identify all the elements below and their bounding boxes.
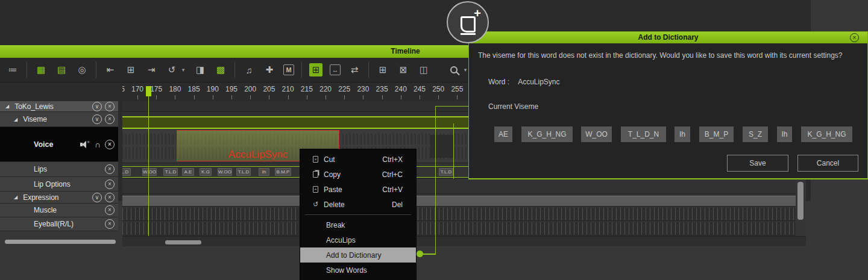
- ruler-tick: [137, 95, 138, 99]
- menu-item-break[interactable]: Break: [300, 217, 416, 232]
- visibility-options-icon[interactable]: ◎: [75, 63, 89, 76]
- waveform-segment: [430, 135, 453, 158]
- horizontal-scrollbar-track[interactable]: [122, 236, 806, 246]
- save-button[interactable]: Save: [727, 155, 788, 172]
- loop-icon[interactable]: ↺: [165, 63, 178, 76]
- viseme-block[interactable]: Ih: [259, 168, 269, 176]
- playhead-line: [148, 96, 149, 236]
- viseme-block[interactable]: T.L.D: [163, 168, 178, 176]
- close-circle-icon[interactable]: ×: [105, 193, 115, 202]
- viseme-chip-s_z[interactable]: S_Z: [743, 126, 768, 142]
- content-scrollbar-thumb[interactable]: [165, 240, 201, 244]
- viseme-chip-ih[interactable]: Ih: [675, 126, 690, 142]
- close-circle-icon[interactable]: ×: [105, 102, 115, 111]
- menu-item-cut[interactable]: ×CutCtrl+X: [300, 152, 416, 167]
- viseme-chip-ae[interactable]: AE: [494, 126, 512, 142]
- close-circle-icon[interactable]: ×: [105, 179, 115, 189]
- track-label: Eyeball(R/L): [34, 220, 74, 228]
- toolbar-separator: [368, 62, 369, 78]
- move-clip-left-icon[interactable]: ⇤: [104, 63, 117, 76]
- close-circle-icon[interactable]: ×: [105, 219, 115, 229]
- track-label: Voice: [34, 140, 53, 149]
- add-sample-icon[interactable]: ⊞: [309, 63, 322, 76]
- dialog-title: Add to Dictionary: [469, 32, 867, 43]
- viseme-block[interactable]: W.OO: [142, 168, 157, 176]
- current-viseme-label: Current Viseme: [488, 102, 538, 111]
- word-value: AccuLipSync: [518, 78, 559, 86]
- viseme-block[interactable]: T.L.D: [236, 168, 251, 176]
- viseme-chip-k_g_h_ng[interactable]: K_G_H_NG: [521, 126, 573, 142]
- viseme-block[interactable]: K.G: [200, 168, 212, 176]
- expand-triangle-icon[interactable]: ◢: [14, 194, 17, 200]
- insert-column-icon[interactable]: ⊞: [376, 63, 389, 76]
- playhead-marker[interactable]: [146, 86, 151, 96]
- dialog-message: The viseme for this word does not exist …: [478, 51, 861, 60]
- sidebar-scrollbar-thumb[interactable]: [5, 240, 116, 244]
- split-clip-icon[interactable]: ◨: [193, 63, 207, 76]
- acculips-icon[interactable]: ✚: [263, 63, 276, 76]
- sidebar-item-toko-lewis[interactable]: ◢ToKo_Lewis∨×: [0, 101, 118, 112]
- collapse-circle-icon[interactable]: ∨: [92, 114, 102, 124]
- viseme-chip-t_l_d_n[interactable]: T_L_D_N: [621, 126, 666, 142]
- cancel-button[interactable]: Cancel: [797, 155, 858, 172]
- viseme-chip-k_g_h_ng[interactable]: K_G_H_NG: [801, 126, 852, 142]
- viseme-block[interactable]: A.E: [182, 168, 194, 176]
- menu-item-delete[interactable]: ↺DeleteDel: [300, 197, 416, 212]
- ruler-tick: [438, 95, 439, 99]
- track-label: Expression: [23, 193, 58, 202]
- viseme-block[interactable]: L.D: [122, 168, 131, 176]
- add-track-icon[interactable]: ▦: [34, 63, 48, 76]
- add-layer-icon[interactable]: ▤: [55, 63, 68, 76]
- expression-summary-bar[interactable]: [122, 196, 796, 206]
- duplicate-column-icon[interactable]: ◫: [417, 63, 430, 76]
- sidebar-item-expression[interactable]: ◢Expression∨×: [0, 191, 118, 204]
- clip-mode-icon[interactable]: ▩: [214, 63, 227, 76]
- sidebar-item-lip-options[interactable]: Lip Options×: [0, 177, 118, 191]
- viseme-chip-w_oo[interactable]: W_OO: [581, 126, 612, 142]
- menu-item-show-words[interactable]: Show Words: [300, 263, 416, 278]
- loop-caret-icon[interactable]: ▾: [180, 63, 186, 76]
- close-circle-icon[interactable]: ×: [105, 140, 115, 149]
- sidebar-item-viseme[interactable]: ◢Viseme∨×: [0, 112, 118, 127]
- ruler-label: 235: [376, 85, 388, 93]
- expand-triangle-icon[interactable]: ◢: [5, 104, 9, 109]
- sidebar-item-eyeball-r-l-[interactable]: Eyeball(R/L)×: [0, 217, 118, 231]
- close-circle-icon[interactable]: ×: [105, 114, 115, 124]
- word-label: Word :: [488, 78, 509, 86]
- callout-dot: [417, 250, 423, 257]
- fit-range-icon[interactable]: ⇄: [348, 63, 361, 76]
- menu-item-paste[interactable]: +PasteCtrl+V: [300, 182, 416, 197]
- sidebar-item-voice[interactable]: Voice×∩×: [0, 127, 118, 162]
- sidebar-item-lips[interactable]: Lips×: [0, 162, 118, 177]
- ruler-label: 245: [414, 85, 426, 93]
- sample-range-icon[interactable]: ↔: [330, 64, 341, 75]
- vertical-scrollbar-thumb[interactable]: [797, 182, 804, 220]
- delete-column-icon[interactable]: ⊠: [397, 63, 410, 76]
- add-clip-icon[interactable]: ⊞: [124, 63, 137, 76]
- menu-item-copy[interactable]: CopyCtrl+C: [300, 167, 416, 182]
- add-to-dictionary-dialog: Add to Dictionary × The viseme for this …: [468, 31, 868, 179]
- sidebar-item-muscle[interactable]: Muscle×: [0, 204, 118, 217]
- ruler-tick: [175, 95, 175, 99]
- audio-track-icon[interactable]: ♫: [242, 63, 256, 76]
- zoom-icon[interactable]: [447, 63, 461, 76]
- viseme-block[interactable]: T.L.D: [439, 168, 453, 176]
- viseme-block[interactable]: W.OO: [218, 168, 232, 176]
- headphones-icon[interactable]: ∩: [95, 140, 101, 149]
- move-clip-right-icon[interactable]: ⇥: [145, 63, 158, 76]
- viseme-chip-b_m_p[interactable]: B_M_P: [699, 126, 734, 142]
- close-circle-icon[interactable]: ×: [105, 164, 115, 174]
- muted-speaker-icon[interactable]: ×: [80, 141, 90, 148]
- collapse-circle-icon[interactable]: ∨: [92, 193, 102, 202]
- close-icon[interactable]: ×: [850, 33, 859, 42]
- close-circle-icon[interactable]: ×: [105, 205, 115, 215]
- marker-m-icon[interactable]: M: [283, 64, 294, 75]
- zoom-caret-icon[interactable]: ▾: [462, 63, 468, 76]
- menu-item-add-to-dictionary[interactable]: Add to Dictionary: [300, 247, 416, 263]
- viseme-block[interactable]: B.M.P: [275, 168, 291, 176]
- expand-triangle-icon[interactable]: ◢: [14, 117, 17, 122]
- collapse-circle-icon[interactable]: ∨: [92, 102, 102, 111]
- viseme-chip-ih[interactable]: Ih: [777, 126, 792, 142]
- menu-item-acculips[interactable]: AccuLips: [300, 232, 416, 247]
- track-list-icon[interactable]: ≔: [6, 63, 19, 76]
